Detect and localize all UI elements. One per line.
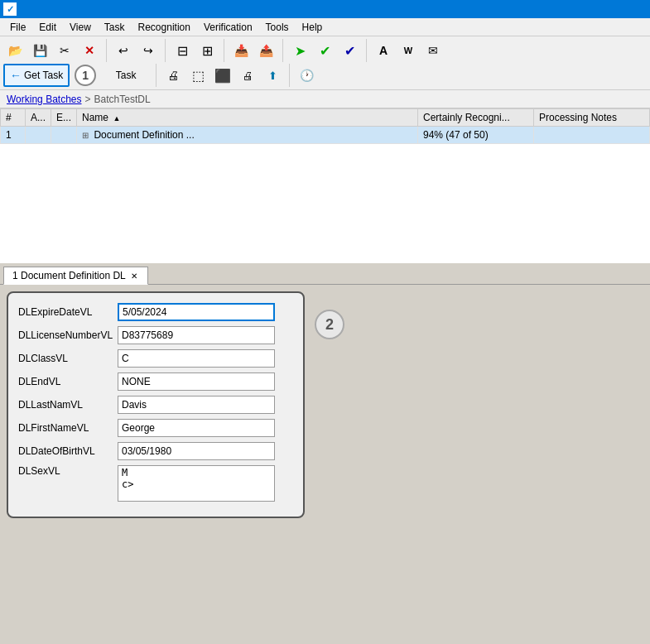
toolbar-save-btn[interactable]: 💾 bbox=[28, 39, 51, 62]
col-header-e: E... bbox=[51, 109, 77, 127]
label-end: DLEndVL bbox=[18, 376, 118, 387]
toolbar-sep-2 bbox=[165, 39, 166, 62]
name-sort-icon: ▲ bbox=[113, 114, 120, 123]
toolbar-sep-7 bbox=[289, 64, 290, 87]
label-class: DLClassVL bbox=[18, 353, 118, 364]
cell-number: 1 bbox=[1, 127, 26, 144]
col-header-a: A... bbox=[26, 109, 51, 127]
form-row-dob: DLDateOfBirthVL bbox=[18, 442, 293, 460]
title-bar bbox=[0, 0, 650, 18]
get-task-label: Get Task bbox=[24, 70, 63, 81]
tab-close-btn[interactable]: ✕ bbox=[129, 272, 139, 281]
toolbar-print-btn[interactable]: 🖨 bbox=[236, 64, 259, 87]
menu-help[interactable]: Help bbox=[296, 20, 330, 35]
callout-badge-2: 2 bbox=[315, 310, 344, 339]
toolbar-checkgreen-btn[interactable]: ✔ bbox=[313, 39, 336, 62]
form-row-expire: DLExpireDateVL bbox=[18, 303, 293, 321]
toolbar-scan3-btn[interactable]: ⬛ bbox=[211, 64, 234, 87]
toolbar-cut-btn[interactable]: ✂ bbox=[53, 39, 76, 62]
menu-task[interactable]: Task bbox=[98, 20, 132, 35]
toolbar-sep-4 bbox=[282, 39, 283, 62]
menu-tools[interactable]: Tools bbox=[259, 20, 296, 35]
cell-notes bbox=[534, 127, 650, 144]
table-row[interactable]: 1 ⊞ Document Definition ... 94% (47 of 5… bbox=[1, 127, 650, 144]
input-lastname[interactable] bbox=[118, 396, 275, 414]
toolbar-grid1-btn[interactable]: ⊟ bbox=[171, 39, 194, 62]
toolbar-a-btn[interactable]: A bbox=[372, 39, 395, 62]
form-container: DLExpireDateVL DLLicenseNumberVL DLClass… bbox=[7, 291, 305, 518]
form-row-sex: DLSexVL M c> bbox=[18, 465, 293, 502]
input-class[interactable] bbox=[118, 349, 275, 368]
menu-view[interactable]: View bbox=[63, 20, 98, 35]
input-expire[interactable] bbox=[118, 303, 275, 321]
label-lastname: DLLastNamVL bbox=[18, 399, 118, 411]
menu-bar: File Edit View Task Recognition Verifica… bbox=[0, 18, 650, 36]
document-table-area: # A... E... Name ▲ Certainly Recogni... … bbox=[0, 108, 650, 263]
toolbar-docin-btn[interactable]: 📥 bbox=[229, 39, 253, 62]
toolbar-docout-btn[interactable]: 📤 bbox=[254, 39, 277, 62]
badge-1: 1 bbox=[75, 65, 96, 86]
label-expire: DLExpireDateVL bbox=[18, 306, 118, 318]
form-row-lastname: DLLastNamVL bbox=[18, 396, 293, 414]
toolbar-grid2-btn[interactable]: ⊞ bbox=[195, 39, 219, 62]
form-panel: 2 DLExpireDateVL DLLicenseNumberVL DLCla… bbox=[0, 285, 650, 644]
form-row-end: DLEndVL bbox=[18, 372, 293, 391]
toolbar-sep-6 bbox=[156, 64, 156, 87]
toolbar-go-btn[interactable]: ➤ bbox=[288, 39, 311, 62]
toolbar-export-btn[interactable]: ⬆ bbox=[261, 64, 284, 87]
toolbar-sep-5 bbox=[366, 39, 367, 62]
toolbar-undo-btn[interactable]: ↩ bbox=[112, 39, 135, 62]
breadcrumb-current: BatchTestDL bbox=[94, 94, 151, 105]
toolbar: 📂 💾 ✂ ✕ ↩ ↪ ⊟ ⊞ 📥 📤 ➤ ✔ ✔ A W ✉ ← bbox=[0, 36, 650, 90]
toolbar-clock-btn[interactable]: 🕐 bbox=[295, 64, 318, 87]
menu-file[interactable]: File bbox=[3, 20, 32, 35]
breadcrumb-separator: > bbox=[85, 94, 91, 105]
input-sex[interactable]: M c> bbox=[118, 465, 275, 502]
cell-e bbox=[51, 127, 77, 144]
toolbar-redo-btn[interactable]: ↪ bbox=[137, 39, 160, 62]
toolbar-row-2: ← Get Task 1 Task 🖨 ⬚ ⬛ 🖨 ⬆ 🕐 bbox=[3, 63, 647, 88]
document-table: # A... E... Name ▲ Certainly Recogni... … bbox=[0, 108, 650, 144]
toolbar-delete-btn[interactable]: ✕ bbox=[78, 39, 101, 62]
form-row-class: DLClassVL bbox=[18, 349, 293, 368]
toolbar-w-btn[interactable]: W bbox=[397, 39, 420, 62]
menu-verification[interactable]: Verification bbox=[197, 20, 259, 35]
toolbar-checkblue-btn[interactable]: ✔ bbox=[338, 39, 361, 62]
app-icon bbox=[3, 2, 17, 16]
breadcrumb-working-batches[interactable]: Working Batches bbox=[7, 94, 82, 105]
toolbar-scan2-btn[interactable]: ⬚ bbox=[186, 64, 209, 87]
input-end[interactable] bbox=[118, 372, 275, 391]
toolbar-sep-1 bbox=[106, 39, 107, 62]
menu-recognition[interactable]: Recognition bbox=[132, 20, 197, 35]
toolbar-sep-3 bbox=[224, 39, 224, 62]
label-sex: DLSexVL bbox=[18, 465, 118, 477]
cell-a bbox=[26, 127, 51, 144]
expand-icon[interactable]: ⊞ bbox=[82, 131, 89, 140]
get-task-button[interactable]: ← Get Task bbox=[3, 64, 70, 87]
breadcrumb: Working Batches > BatchTestDL bbox=[0, 90, 650, 108]
toolbar-open-btn[interactable]: 📂 bbox=[3, 39, 26, 62]
toolbar-scan1-btn[interactable]: 🖨 bbox=[161, 64, 185, 87]
table-header-row: # A... E... Name ▲ Certainly Recogni... … bbox=[1, 109, 650, 127]
input-dob[interactable] bbox=[118, 442, 275, 460]
bottom-tab-doc[interactable]: 1 Document Definition DL ✕ bbox=[3, 267, 148, 285]
label-dob: DLDateOfBirthVL bbox=[18, 445, 118, 457]
input-license[interactable] bbox=[118, 326, 275, 344]
col-header-number: # bbox=[1, 109, 26, 127]
label-firstname: DLFirstNameVL bbox=[18, 422, 118, 434]
col-header-name[interactable]: Name ▲ bbox=[77, 109, 418, 127]
toolbar-row-1: 📂 💾 ✂ ✕ ↩ ↪ ⊟ ⊞ 📥 📤 ➤ ✔ ✔ A W ✉ bbox=[3, 38, 647, 63]
col-header-notes: Processing Notes bbox=[534, 109, 650, 127]
cell-name: ⊞ Document Definition ... bbox=[77, 127, 418, 144]
form-row-firstname: DLFirstNameVL bbox=[18, 419, 293, 437]
menu-edit[interactable]: Edit bbox=[32, 20, 63, 35]
cell-recognition: 94% (47 of 50) bbox=[418, 127, 534, 144]
toolbar-mail-btn[interactable]: ✉ bbox=[421, 39, 445, 62]
task-button[interactable]: Task bbox=[101, 64, 151, 87]
label-license: DLLicenseNumberVL bbox=[18, 329, 118, 341]
col-header-recognition: Certainly Recogni... bbox=[418, 109, 534, 127]
lower-panel: 1 Document Definition DL ✕ 2 DLExpireDat… bbox=[0, 263, 650, 644]
tab-label: 1 Document Definition DL bbox=[12, 270, 126, 281]
back-arrow-icon: ← bbox=[10, 69, 22, 82]
input-firstname[interactable] bbox=[118, 419, 275, 437]
